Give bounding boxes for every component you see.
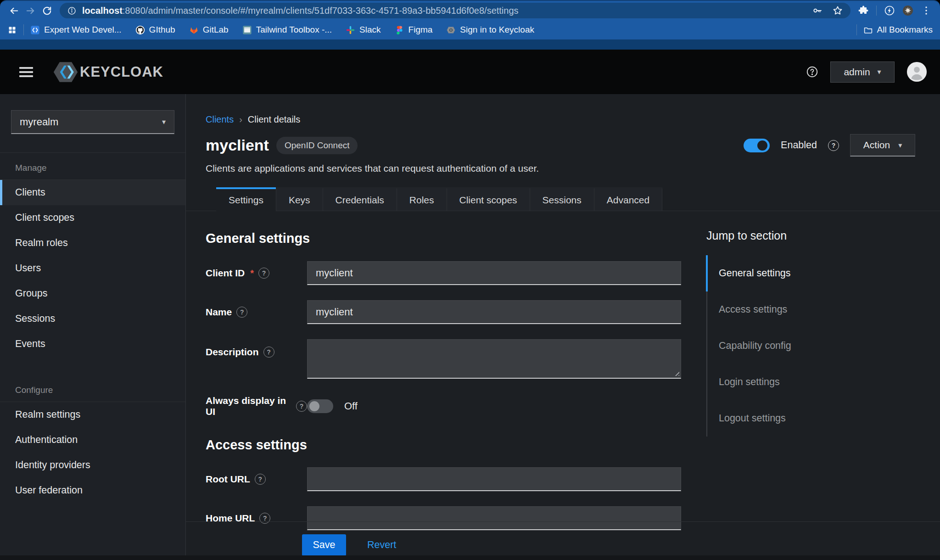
- chevron-down-icon: ▾: [878, 67, 881, 76]
- sidebar-item-realm-settings[interactable]: Realm settings: [0, 402, 185, 427]
- url-host: localhost: [82, 6, 123, 16]
- back-arrow-icon: [9, 6, 19, 16]
- extension-bolt-icon[interactable]: [884, 5, 895, 16]
- always-display-state-label: Off: [344, 400, 358, 412]
- enabled-toggle[interactable]: [744, 139, 770, 152]
- url-bar[interactable]: localhost:8080/admin/master/console/#/my…: [60, 3, 850, 18]
- root-url-input[interactable]: [307, 467, 681, 491]
- breadcrumb-separator-icon: ›: [239, 114, 242, 125]
- required-indicator: *: [250, 268, 254, 279]
- tab-keys[interactable]: Keys: [276, 187, 323, 211]
- bookmark-item-slack[interactable]: Slack: [346, 25, 380, 35]
- sidebar-item-sessions[interactable]: Sessions: [0, 306, 185, 331]
- breadcrumb: Clients › Client details: [186, 94, 940, 125]
- root-url-help-icon[interactable]: [255, 474, 266, 485]
- sidebar-item-client-scopes[interactable]: Client scopes: [0, 205, 185, 230]
- jump-list: General settingsAccess settingsCapabilit…: [706, 255, 904, 437]
- bookmark-label: Figma: [408, 25, 433, 35]
- tailwind-toolbox-icon: [242, 25, 252, 35]
- apps-grid-icon[interactable]: [7, 25, 17, 35]
- extensions-puzzle-icon[interactable]: [858, 5, 869, 16]
- client-id-label: Client ID: [206, 268, 245, 279]
- back-button[interactable]: [6, 3, 22, 18]
- bookmarks-bar: Expert Web Devel...GIthubGitLabTailwind …: [0, 20, 940, 39]
- bookmark-item-sign-in-to-keycloak[interactable]: Sign in to Keycloak: [446, 25, 534, 35]
- bookmark-item-github[interactable]: GIthub: [135, 25, 175, 35]
- always-display-toggle[interactable]: [307, 399, 333, 413]
- browser-profile-avatar[interactable]: [902, 5, 913, 16]
- jump-item-access-settings[interactable]: Access settings: [706, 291, 904, 328]
- description-label-group: Description: [206, 339, 307, 358]
- help-icon[interactable]: [806, 66, 818, 78]
- breadcrumb-current: Client details: [248, 114, 301, 125]
- action-dropdown[interactable]: Action ▾: [850, 134, 915, 157]
- slack-icon: [346, 25, 355, 35]
- screen: localhost:8080/admin/master/console/#/my…: [0, 0, 940, 560]
- sidebar-item-identity-providers[interactable]: Identity providers: [0, 453, 185, 478]
- name-help-icon[interactable]: [236, 307, 247, 318]
- client-id-label-group: Client ID *: [206, 268, 307, 279]
- bookmark-label: Sign in to Keycloak: [460, 25, 534, 35]
- password-key-icon[interactable]: [812, 5, 823, 16]
- jump-to-section-nav: Jump to section General settingsAccess s…: [706, 229, 904, 437]
- tab-roles[interactable]: Roles: [397, 187, 447, 211]
- description-textarea[interactable]: [307, 339, 681, 379]
- client-id-help-icon[interactable]: [258, 268, 269, 279]
- revert-link[interactable]: Revert: [367, 539, 396, 551]
- nav-toggle-hamburger-icon[interactable]: [19, 67, 33, 77]
- avatar[interactable]: [906, 62, 927, 82]
- bookmark-item-expert-web-devel[interactable]: Expert Web Devel...: [30, 25, 122, 35]
- user-menu-dropdown[interactable]: admin ▾: [830, 62, 895, 83]
- sidebar-item-user-federation[interactable]: User federation: [0, 478, 185, 503]
- sidebar-item-groups[interactable]: Groups: [0, 281, 185, 306]
- tab-advanced[interactable]: Advanced: [594, 187, 662, 211]
- sidebar-nav: ManageClientsClient scopesRealm rolesUse…: [0, 153, 185, 503]
- browser-menu-dots-icon[interactable]: [921, 5, 932, 16]
- jump-item-logout-settings[interactable]: Logout settings: [706, 400, 904, 437]
- bookmark-label: GIthub: [149, 25, 175, 35]
- client-id-row: Client ID *: [206, 261, 682, 285]
- sidebar-item-events[interactable]: Events: [0, 331, 185, 357]
- sidebar-item-realm-roles[interactable]: Realm roles: [0, 230, 185, 256]
- description-label: Description: [206, 347, 259, 358]
- name-input[interactable]: [307, 300, 681, 324]
- always-display-label: Always display in UI: [206, 395, 291, 417]
- description-help-icon[interactable]: [263, 347, 274, 358]
- sidebar-item-authentication[interactable]: Authentication: [0, 427, 185, 453]
- masthead: KEYCLOAK admin ▾: [0, 50, 940, 94]
- realm-selector[interactable]: myrealm ▾: [11, 110, 174, 134]
- bookmark-item-gitlab[interactable]: GitLab: [189, 25, 229, 35]
- bookmark-item-figma[interactable]: Figma: [395, 25, 433, 35]
- sidebar-item-users[interactable]: Users: [0, 256, 185, 281]
- root-url-row: Root URL: [206, 467, 682, 491]
- site-info-icon[interactable]: [67, 6, 77, 16]
- bookmark-star-icon[interactable]: [832, 5, 843, 16]
- client-id-input[interactable]: [307, 261, 681, 285]
- always-display-help-icon[interactable]: [296, 401, 307, 412]
- breadcrumb-clients-link[interactable]: Clients: [206, 114, 234, 125]
- bookmark-label: Expert Web Devel...: [44, 25, 122, 35]
- tab-sessions[interactable]: Sessions: [530, 187, 594, 211]
- bookmark-label: Tailwind Toolbox -...: [256, 25, 332, 35]
- sidebar-item-clients[interactable]: Clients: [0, 180, 185, 205]
- figma-icon: [395, 25, 404, 35]
- jump-item-general-settings[interactable]: General settings: [706, 255, 904, 291]
- keycloak-icon: [446, 25, 456, 35]
- always-display-row: Always display in UI Off: [206, 395, 682, 417]
- save-button[interactable]: Save: [302, 534, 346, 555]
- tab-credentials[interactable]: Credentials: [323, 187, 397, 211]
- tab-settings[interactable]: Settings: [216, 187, 276, 211]
- forward-arrow-icon: [25, 6, 36, 16]
- forward-button[interactable]: [22, 3, 39, 18]
- bottom-edge-strip: [0, 555, 940, 560]
- bookmark-item-tailwind-toolbox[interactable]: Tailwind Toolbox -...: [242, 25, 332, 35]
- reload-button[interactable]: [39, 3, 55, 18]
- jump-item-capability-config[interactable]: Capability config: [706, 328, 904, 364]
- page-title: myclient: [206, 136, 269, 154]
- tab-client-scopes[interactable]: Client scopes: [447, 187, 530, 211]
- keycloak-logo[interactable]: KEYCLOAK: [52, 61, 163, 83]
- chevron-down-icon: ▾: [898, 141, 902, 150]
- jump-item-login-settings[interactable]: Login settings: [706, 364, 904, 400]
- enabled-help-icon[interactable]: [828, 140, 839, 151]
- all-bookmarks-button[interactable]: All Bookmarks: [863, 25, 933, 35]
